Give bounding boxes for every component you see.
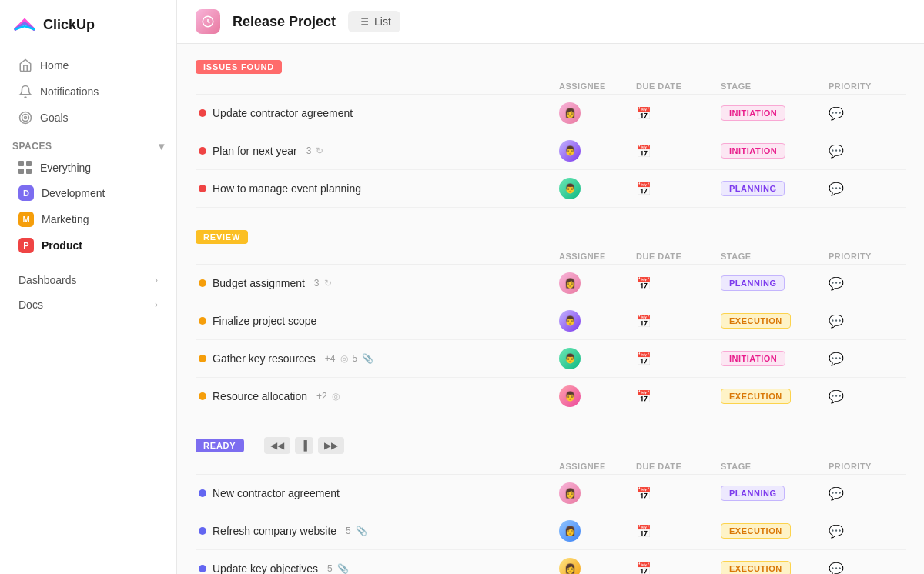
sidebar-item-product-label: Product: [42, 239, 82, 252]
task-meta: 3 ↻: [314, 278, 332, 289]
stage-badge: INITIATION: [721, 143, 785, 159]
priority-icon: 💬: [829, 106, 844, 121]
table-row[interactable]: Refresh company website 5 📎 👩 📅 EXECUTIO…: [196, 512, 906, 550]
calendar-icon: 📅: [636, 486, 651, 501]
task-name-area: How to manage event planning: [196, 182, 559, 195]
col-stage: EXECUTION: [721, 561, 829, 574]
table-row[interactable]: Update contractor agreement 👩 📅 INITIATI…: [196, 95, 906, 132]
col-duedate: 📅: [636, 106, 721, 121]
table-row[interactable]: Budget assignment 3 ↻ 👩 📅 PLANNING 💬: [196, 265, 906, 302]
col-duedate: 📅: [636, 486, 721, 501]
task-name-text: How to manage event planning: [213, 182, 361, 195]
task-name-area: Budget assignment 3 ↻: [196, 277, 559, 289]
table-row[interactable]: How to manage event planning 👨 📅 PLANNIN…: [196, 170, 906, 208]
table-row[interactable]: New contractor agreement 👩 📅 PLANNING 💬: [196, 475, 906, 512]
task-dot-yellow: [199, 392, 206, 400]
section-ready: READY ◀◀ ▐ ▶▶ ASSIGNEE DUE DATE STAGE PR…: [196, 437, 906, 574]
avatar: 👩: [559, 102, 581, 124]
priority-icon: 💬: [829, 389, 844, 404]
col-priority: 💬: [829, 524, 906, 539]
app-name: ClickUp: [43, 17, 95, 33]
avatar: 👩: [559, 558, 581, 574]
col-assignee: 👨: [559, 348, 636, 369]
toolbar-btn-1[interactable]: ◀◀: [264, 437, 290, 454]
sidebar-item-marketing-label: Marketing: [42, 213, 89, 225]
priority-icon: 💬: [829, 524, 844, 539]
col-priority: 💬: [829, 182, 906, 196]
col-task-header: [196, 252, 559, 261]
table-row[interactable]: Gather key resources +4 ◎ 5 📎 👨 📅 INITIA…: [196, 340, 906, 378]
col-assignee: 👩: [559, 102, 636, 124]
stage-badge: PLANNING: [721, 275, 785, 291]
calendar-icon: 📅: [636, 144, 651, 159]
issues-label: ISSUES FOUND: [196, 60, 282, 74]
calendar-icon: 📅: [636, 352, 651, 366]
col-priority-header: PRIORITY: [829, 252, 906, 261]
toolbar-btn-2[interactable]: ▐: [295, 437, 314, 454]
task-meta: 5 📎: [327, 563, 349, 574]
sidebar-item-everything[interactable]: Everything: [6, 155, 170, 180]
col-priority: 💬: [829, 144, 906, 159]
section-issues: ISSUES FOUND ASSIGNEE DUE DATE STAGE PRI…: [196, 59, 906, 208]
stage-badge: EXECUTION: [721, 561, 791, 574]
col-duedate: 📅: [636, 182, 721, 196]
nav-goals[interactable]: Goals: [6, 105, 170, 131]
logo-area[interactable]: ClickUp: [0, 12, 176, 52]
task-name-text: Resource allocation: [213, 390, 307, 402]
col-duedate: 📅: [636, 314, 721, 329]
nav-notifications[interactable]: Notifications: [6, 78, 170, 105]
paperclip-icon: 📎: [356, 526, 367, 536]
priority-icon: 💬: [829, 562, 844, 575]
refresh-icon: ↻: [324, 278, 332, 289]
task-name-text: Finalize project scope: [213, 315, 316, 327]
table-row[interactable]: Finalize project scope 👨 📅 EXECUTION 💬: [196, 302, 906, 340]
task-meta: 3 ↻: [306, 145, 324, 156]
task-name-area: Plan for next year 3 ↻: [196, 145, 559, 157]
col-priority-header: PRIORITY: [829, 82, 906, 91]
stage-badge: EXECUTION: [721, 523, 791, 539]
col-stage: PLANNING: [721, 275, 829, 291]
table-row[interactable]: Update key objectives 5 📎 👩 📅 EXECUTION: [196, 550, 906, 574]
subtask-count: +4: [325, 353, 336, 364]
stage-badge: EXECUTION: [721, 313, 791, 329]
col-priority: 💬: [829, 562, 906, 575]
avatar: 👨: [559, 310, 581, 332]
priority-icon: 💬: [829, 314, 844, 329]
table-row[interactable]: Plan for next year 3 ↻ 👨 📅 INITIATION 💬: [196, 132, 906, 170]
col-duedate: 📅: [636, 276, 721, 291]
attach-count: 5: [346, 526, 351, 536]
view-label: List: [374, 15, 391, 28]
nav-home[interactable]: Home: [6, 52, 170, 78]
bell-icon: [18, 85, 32, 98]
col-assignee: 👨: [559, 178, 636, 199]
task-name-area: Update key objectives 5 📎: [196, 562, 559, 574]
view-toggle[interactable]: List: [348, 11, 400, 32]
task-dot-blue: [199, 527, 206, 535]
col-duedate: 📅: [636, 524, 721, 539]
table-row[interactable]: Resource allocation +2 ◎ 👨 📅 EXECUTION �: [196, 378, 906, 415]
col-task-header: [196, 462, 559, 471]
nav-dashboards[interactable]: Dashboards ›: [6, 268, 170, 292]
col-duedate-header: DUE DATE: [636, 252, 721, 261]
avatar: 👩: [559, 482, 581, 504]
toolbar-btn-3[interactable]: ▶▶: [318, 437, 344, 454]
calendar-icon: 📅: [636, 314, 651, 329]
review-label: REVIEW: [196, 230, 248, 244]
sidebar-item-product[interactable]: P Product: [6, 232, 170, 259]
priority-icon: 💬: [829, 182, 844, 196]
task-dot-yellow: [199, 279, 206, 287]
project-icon: [196, 9, 220, 34]
col-priority: 💬: [829, 389, 906, 404]
avatar: 👩: [559, 272, 581, 294]
priority-icon: 💬: [829, 276, 844, 291]
nav-docs[interactable]: Docs ›: [6, 292, 170, 317]
sidebar-item-development[interactable]: D Development: [6, 180, 170, 206]
spaces-collapse-icon[interactable]: ▾: [159, 140, 165, 152]
sidebar-item-marketing[interactable]: M Marketing: [6, 206, 170, 232]
priority-icon: 💬: [829, 352, 844, 366]
col-stage: EXECUTION: [721, 313, 829, 329]
col-duedate-header: DUE DATE: [636, 462, 721, 471]
task-meta: +4 ◎ 5 📎: [325, 353, 373, 364]
attach-count: 5: [353, 353, 358, 364]
col-assignee: 👩: [559, 520, 636, 542]
